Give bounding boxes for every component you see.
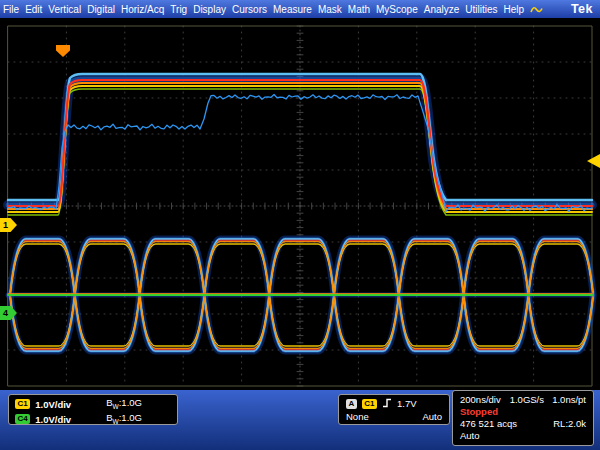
menu-item-cursors[interactable]: Cursors: [229, 0, 270, 18]
ch4-readout-row[interactable]: C4 1.0V/div BW:1.0G: [15, 412, 171, 427]
menu-item-utilities[interactable]: Utilities: [462, 0, 500, 18]
record-length: RL:2.0k: [553, 418, 586, 430]
menu-item-vertical[interactable]: Vertical: [45, 0, 84, 18]
ch1-scale: 1.0V/div: [35, 399, 85, 410]
menu-item-display[interactable]: Display: [190, 0, 229, 18]
ch4-bandwidth: BW:1.0G: [106, 412, 142, 427]
menu-item-digital[interactable]: Digital: [84, 0, 118, 18]
ch1-readout-row[interactable]: C1 1.0V/div BW:1.0G: [15, 397, 171, 412]
menu-item-myscope[interactable]: MyScope: [373, 0, 421, 18]
trigger-mode: Auto: [422, 411, 442, 422]
acq-state-row: Stopped: [460, 406, 586, 418]
tek-logo: Tek: [571, 2, 593, 16]
horizontal-readout[interactable]: 200ns/div 1.0GS/s 1.0ns/pt Stopped 476 5…: [452, 390, 594, 446]
waveform-icon[interactable]: [530, 4, 543, 15]
trigger-level-value: 1.7V: [397, 398, 417, 409]
menu-bar: File Edit Vertical Digital Horiz/Acq Tri…: [0, 0, 600, 18]
menu-item-file[interactable]: File: [0, 0, 22, 18]
vertical-readout[interactable]: C1 1.0V/div BW:1.0G C4 1.0V/div BW:1.0G: [8, 394, 178, 425]
menu-item-analyze[interactable]: Analyze: [421, 0, 463, 18]
menu-item-horizacq[interactable]: Horiz/Acq: [118, 0, 167, 18]
sample-rate: 1.0GS/s: [510, 394, 544, 406]
trigger-channel-badge[interactable]: C1: [362, 399, 377, 409]
timebase-row: 200ns/div 1.0GS/s 1.0ns/pt: [460, 394, 586, 406]
resolution: 1.0ns/pt: [552, 394, 586, 406]
menu-item-trig[interactable]: Trig: [167, 0, 190, 18]
menu-item-math[interactable]: Math: [345, 0, 373, 18]
trigger-readout[interactable]: A C1 1.7V None Auto: [338, 394, 450, 425]
acq-count-row: 476 521 acqs RL:2.0k: [460, 418, 586, 430]
menu-item-help[interactable]: Help: [501, 0, 528, 18]
trigger-a-badge[interactable]: A: [346, 399, 357, 409]
acq-state: Stopped: [460, 406, 498, 418]
trigger-mode-row: None Auto: [346, 411, 442, 422]
horiz-trigger-mode: Auto: [460, 430, 480, 442]
menu-item-measure[interactable]: Measure: [270, 0, 315, 18]
trigger-mode-status-row: Auto: [460, 430, 586, 442]
ch4-badge[interactable]: C4: [15, 414, 30, 424]
ch1-badge[interactable]: C1: [15, 399, 30, 409]
trigger-source-row: A C1 1.7V: [346, 398, 442, 410]
readout-bar: C1 1.0V/div BW:1.0G C4 1.0V/div BW:1.0G …: [0, 390, 600, 450]
menu-item-edit[interactable]: Edit: [22, 0, 45, 18]
waveform-display[interactable]: 1 4: [0, 18, 600, 390]
ch4-scale: 1.0V/div: [35, 414, 85, 425]
acq-count: 476 521 acqs: [460, 418, 517, 430]
ch1-bandwidth: BW:1.0G: [106, 397, 142, 412]
graticule-and-traces: [0, 18, 600, 390]
timebase-value: 200ns/div: [460, 394, 501, 406]
trigger-holdoff: None: [346, 411, 369, 422]
rising-edge-icon: [382, 398, 392, 410]
menu-item-mask[interactable]: Mask: [315, 0, 345, 18]
oscilloscope-window: File Edit Vertical Digital Horiz/Acq Tri…: [0, 0, 600, 450]
